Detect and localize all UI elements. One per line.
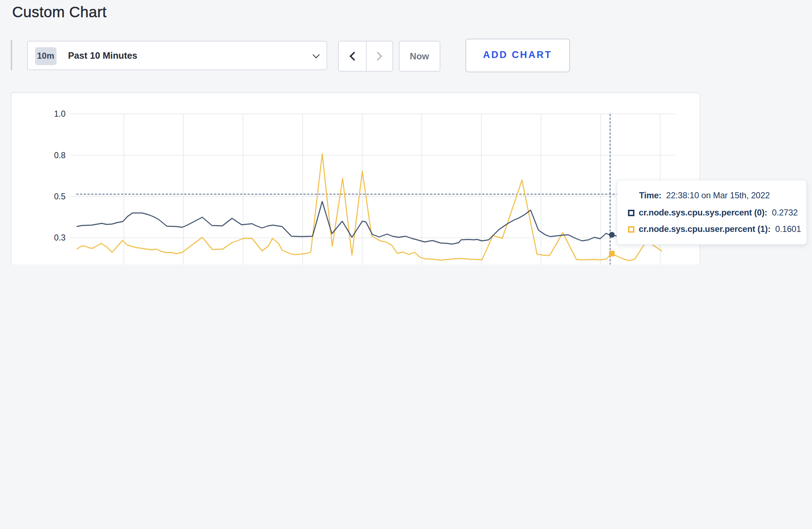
svg-text:0.5: 0.5	[54, 192, 66, 201]
svg-text:1.0: 1.0	[54, 109, 66, 118]
svg-text:0.3: 0.3	[54, 233, 66, 242]
svg-text:0.8: 0.8	[54, 151, 66, 160]
